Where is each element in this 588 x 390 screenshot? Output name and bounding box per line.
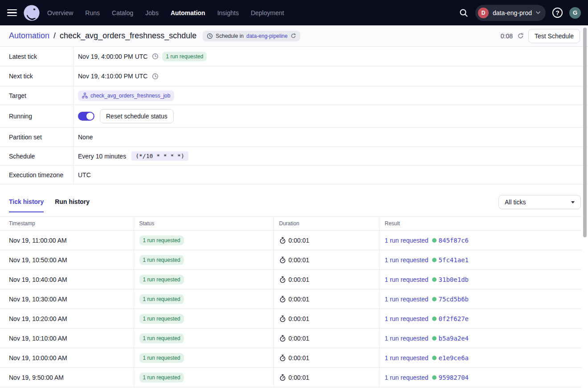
detail-label: Execution timezone bbox=[0, 166, 74, 184]
reset-schedule-status-button[interactable]: Reset schedule status bbox=[100, 109, 174, 123]
run-status-dot bbox=[432, 277, 437, 282]
tick-status-badge: 1 run requested bbox=[139, 314, 184, 324]
tick-row: Nov 19, 10:30:00 AM 1 run requested 0:00… bbox=[0, 289, 582, 309]
detail-label: Running bbox=[0, 105, 74, 127]
detail-row-schedule: Schedule Every 10 minutes (*/10 * * * *) bbox=[0, 147, 588, 166]
run-status-dot bbox=[432, 336, 437, 341]
tick-result-link[interactable]: 1 run requested bbox=[385, 237, 429, 244]
run-id-link[interactable]: b5a9a2e4 bbox=[439, 335, 469, 342]
run-status-dot bbox=[432, 238, 437, 243]
page-header: Automation / check_avg_orders_freshness_… bbox=[0, 25, 588, 47]
tick-result-link[interactable]: 1 run requested bbox=[385, 276, 429, 283]
tick-duration: 0:00:01 bbox=[289, 276, 310, 283]
target-job-link[interactable]: check_avg_orders_freshness_job bbox=[78, 90, 174, 101]
tabs-row: Tick history Run history All ticks bbox=[0, 184, 588, 212]
vertical-scrollbar[interactable] bbox=[582, 26, 588, 390]
nav-item[interactable]: Runs bbox=[85, 9, 100, 16]
header-actions: 0:08 Test Schedule bbox=[501, 29, 580, 43]
stopwatch-icon bbox=[279, 276, 286, 283]
run-status-dot bbox=[432, 258, 437, 262]
stopwatch-icon bbox=[279, 256, 286, 264]
tick-result-link[interactable]: 1 run requested bbox=[385, 354, 429, 362]
running-toggle[interactable] bbox=[78, 112, 94, 121]
test-schedule-button[interactable]: Test Schedule bbox=[528, 29, 580, 43]
tick-result-link[interactable]: 1 run requested bbox=[385, 315, 429, 322]
latest-tick-status-badge: 1 run requested bbox=[162, 52, 207, 61]
tick-timestamp: Nov 19, 10:50:00 AM bbox=[9, 256, 67, 264]
tick-status-badge: 1 run requested bbox=[139, 236, 184, 245]
detail-row-latest-tick: Latest tick Nov 19, 4:00:00 PM UTC 1 run… bbox=[0, 47, 588, 66]
stopwatch-icon bbox=[279, 335, 286, 342]
tick-status-badge: 1 run requested bbox=[139, 373, 184, 382]
chevron-down-icon bbox=[536, 11, 540, 14]
detail-label: Target bbox=[0, 86, 74, 105]
deployment-switcher[interactable]: D data-eng-prod bbox=[475, 5, 546, 21]
menu-icon[interactable] bbox=[7, 9, 17, 16]
tick-result-link[interactable]: 1 run requested bbox=[385, 296, 429, 303]
tick-row: Nov 19, 10:20:00 AM 1 run requested 0:00… bbox=[0, 309, 582, 329]
detail-row-running: Running Reset schedule status bbox=[0, 105, 588, 128]
dagster-logo[interactable] bbox=[23, 4, 40, 21]
tick-duration: 0:00:01 bbox=[289, 374, 310, 381]
run-id-link[interactable]: 0f2f627e bbox=[439, 315, 469, 322]
pipeline-link[interactable]: data-eng-pipeline bbox=[246, 33, 288, 39]
refresh-icon[interactable] bbox=[290, 33, 296, 39]
history-tabs: Tick history Run history bbox=[9, 198, 90, 212]
breadcrumb-automation[interactable]: Automation bbox=[9, 31, 49, 41]
detail-label: Partition set bbox=[0, 128, 74, 146]
tick-duration: 0:00:01 bbox=[289, 354, 310, 362]
user-avatar[interactable]: G bbox=[569, 7, 581, 19]
history-tab[interactable]: Tick history bbox=[9, 198, 44, 212]
stopwatch-icon bbox=[279, 237, 286, 244]
nav-right: D data-eng-prod ? G bbox=[459, 5, 581, 21]
tick-result-link[interactable]: 1 run requested bbox=[385, 374, 429, 381]
search-icon[interactable] bbox=[459, 8, 469, 18]
nav-item[interactable]: Overview bbox=[47, 9, 73, 16]
top-nav: Overview Runs Catalog Jobs Automation In… bbox=[0, 0, 588, 25]
toggle-knob bbox=[86, 113, 94, 120]
tick-timestamp: Nov 19, 10:20:00 AM bbox=[9, 315, 67, 322]
tick-timestamp: Nov 19, 10:10:00 AM bbox=[9, 335, 67, 342]
nav-item[interactable]: Insights bbox=[217, 9, 239, 16]
tick-timestamp: Nov 19, 10:30:00 AM bbox=[9, 296, 67, 303]
run-id-link[interactable]: 95982704 bbox=[439, 374, 469, 381]
partition-set-value: None bbox=[78, 134, 93, 141]
run-status-dot bbox=[432, 375, 437, 380]
deployment-badge: D bbox=[478, 8, 489, 18]
tick-timestamp: Nov 19, 10:00:00 AM bbox=[9, 354, 67, 362]
tick-status-badge: 1 run requested bbox=[139, 294, 184, 304]
nav-item[interactable]: Jobs bbox=[145, 9, 159, 16]
refresh-icon[interactable] bbox=[517, 32, 524, 39]
column-header-status: Status bbox=[134, 217, 274, 231]
tick-filter-select[interactable]: All ticks bbox=[498, 195, 581, 209]
nav-item[interactable]: Catalog bbox=[112, 9, 133, 16]
run-id-link[interactable]: 5fc41ae1 bbox=[439, 256, 469, 264]
run-id-link[interactable]: 75cd5b6b bbox=[439, 296, 469, 303]
run-id-link[interactable]: e1e9ce6a bbox=[439, 354, 469, 362]
nav-items: Overview Runs Catalog Jobs Automation In… bbox=[47, 9, 284, 16]
tick-timestamp: Nov 19, 10:40:00 AM bbox=[9, 276, 67, 283]
schedule-badge-prefix: Schedule in bbox=[216, 33, 244, 39]
stopwatch-icon bbox=[279, 296, 286, 303]
latest-tick-time: Nov 19, 4:00:00 PM UTC bbox=[78, 53, 147, 60]
history-tab[interactable]: Run history bbox=[55, 198, 90, 212]
tick-row: Nov 19, 11:00:00 AM 1 run requested 0:00… bbox=[0, 231, 582, 250]
scrollbar-thumb[interactable] bbox=[583, 28, 587, 237]
tick-result-link[interactable]: 1 run requested bbox=[385, 335, 429, 342]
clock-icon bbox=[207, 33, 213, 39]
run-id-link[interactable]: 845f87c6 bbox=[439, 237, 469, 244]
tick-status-badge: 1 run requested bbox=[139, 275, 184, 284]
clock-icon bbox=[152, 53, 159, 60]
help-icon[interactable]: ? bbox=[552, 8, 563, 18]
nav-item[interactable]: Deployment bbox=[251, 9, 284, 16]
detail-row-next-tick: Next tick Nov 19, 4:10:00 PM UTC bbox=[0, 66, 588, 86]
tick-filter-value: All ticks bbox=[505, 199, 526, 206]
run-id-link[interactable]: 31b0e1db bbox=[439, 276, 469, 283]
breadcrumb-separator: / bbox=[53, 31, 56, 41]
nav-item[interactable]: Automation bbox=[171, 9, 205, 16]
tick-status-badge: 1 run requested bbox=[139, 353, 184, 363]
tick-timestamp: Nov 19, 11:00:00 AM bbox=[9, 237, 67, 244]
detail-row-partition-set: Partition set None bbox=[0, 128, 588, 147]
table-header-row: Timestamp Status Duration Result bbox=[0, 217, 582, 231]
tick-result-link[interactable]: 1 run requested bbox=[385, 256, 429, 264]
